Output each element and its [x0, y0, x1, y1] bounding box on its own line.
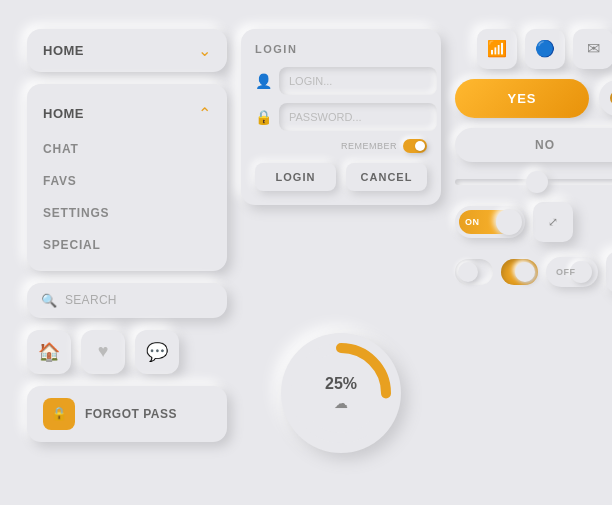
expand-icon: ⤢ — [548, 215, 558, 229]
user-icon: 👤 — [255, 73, 271, 89]
yes-row: YES — [455, 79, 612, 118]
bluetooth-icon: 🔵 — [535, 39, 555, 58]
off-label: OFF — [556, 267, 576, 277]
no-row: NO — [455, 128, 612, 162]
bluetooth-button[interactable]: 🔵 — [525, 29, 565, 69]
heart-icon: ♥ — [98, 341, 109, 362]
slider-thumb[interactable] — [526, 171, 548, 193]
sidebar-item-settings[interactable]: SETTINGS — [27, 197, 227, 229]
login-title: LOGIN — [255, 43, 427, 55]
sidebar-item-chat[interactable]: CHAT — [27, 133, 227, 165]
remember-label: REMEMBER — [341, 141, 397, 151]
yes-button[interactable]: YES — [455, 79, 589, 118]
home-button[interactable]: 🏠 — [27, 330, 71, 374]
password-input[interactable] — [279, 103, 437, 131]
toggle-dot[interactable] — [599, 80, 612, 116]
small-toggle-thumb-1 — [458, 262, 478, 282]
login-btn-row: LOGIN CANCEL — [255, 163, 427, 191]
nav-menu-header[interactable]: HOME ⌃ — [27, 94, 227, 133]
remember-row: REMEMBER — [255, 139, 427, 153]
progress-label: 25% ☁ — [325, 375, 357, 411]
on-toggle-row: ON ⤢ — [455, 202, 612, 242]
login-button[interactable]: LOGIN — [255, 163, 336, 191]
sidebar-item-favs[interactable]: FAVS — [27, 165, 227, 197]
home-icon: 🏠 — [38, 341, 60, 363]
icon-row: 🏠 ♥ 💬 — [27, 330, 227, 374]
progress-percentage: 25% — [325, 375, 357, 392]
wifi-icon: 📶 — [487, 39, 507, 58]
chevron-up-icon: ⌃ — [198, 104, 211, 123]
wifi-button[interactable]: 📶 — [477, 29, 517, 69]
search-placeholder-text: SEARCH — [65, 293, 117, 307]
compress-button[interactable]: ⤡ — [606, 252, 612, 292]
login-input-row: 👤 — [255, 67, 427, 95]
login-form: LOGIN 👤 🔒 REMEMBER LOGIN CANCEL — [241, 29, 441, 205]
chat-button[interactable]: 💬 — [135, 330, 179, 374]
chat-icon: 💬 — [146, 341, 168, 363]
cancel-button[interactable]: CANCEL — [346, 163, 427, 191]
search-icon: 🔍 — [41, 293, 57, 308]
on-toggle[interactable]: ON — [455, 206, 525, 238]
dropdown-closed-label: HOME — [43, 43, 84, 58]
sidebar-item-special[interactable]: SPECIAL — [27, 229, 227, 261]
forgot-pass-label: FORGOT PASS — [85, 407, 177, 421]
login-input[interactable] — [279, 67, 437, 95]
chevron-down-icon: ⌄ — [198, 41, 211, 60]
off-toggle[interactable]: OFF — [546, 257, 598, 287]
nav-menu: HOME ⌃ CHAT FAVS SETTINGS SPECIAL — [27, 84, 227, 271]
search-bar[interactable]: 🔍 SEARCH — [27, 283, 227, 318]
remember-toggle[interactable] — [403, 139, 427, 153]
top-icon-buttons: 📶 🔵 ✉ — [455, 29, 612, 69]
password-input-row: 🔒 — [255, 103, 427, 131]
dropdown-closed[interactable]: HOME ⌄ — [27, 29, 227, 72]
lock-icon: 🔒 — [43, 398, 75, 430]
mail-button[interactable]: ✉ — [573, 29, 612, 69]
bottom-toggles-row: OFF ⤡ — [455, 252, 612, 292]
small-toggle-thumb-2 — [515, 262, 535, 282]
on-toggle-thumb — [496, 209, 522, 235]
slider-row — [455, 172, 612, 192]
no-button[interactable]: NO — [455, 128, 612, 162]
cloud-icon: ☁ — [325, 395, 357, 411]
forgot-pass-button[interactable]: 🔒 FORGOT PASS — [27, 386, 227, 442]
nav-menu-title: HOME — [43, 106, 84, 121]
on-label: ON — [465, 217, 480, 227]
mail-icon: ✉ — [587, 39, 600, 58]
slider-track[interactable] — [455, 179, 612, 185]
small-toggle-on[interactable] — [501, 259, 539, 285]
password-icon: 🔒 — [255, 109, 271, 125]
heart-button[interactable]: ♥ — [81, 330, 125, 374]
progress-area: 25% ☁ — [241, 310, 441, 476]
expand-button[interactable]: ⤢ — [533, 202, 573, 242]
small-toggle-off-1[interactable] — [455, 259, 493, 285]
